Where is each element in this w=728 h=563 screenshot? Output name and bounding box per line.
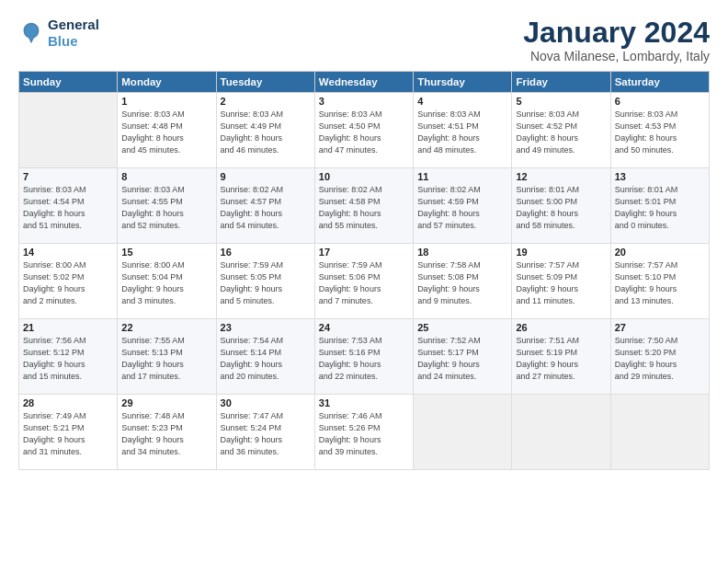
calendar-cell: 20Sunrise: 7:57 AMSunset: 5:10 PMDayligh… <box>610 244 709 319</box>
day-info: Sunrise: 7:55 AMSunset: 5:13 PMDaylight:… <box>121 335 211 383</box>
title-block: January 2024 Nova Milanese, Lombardy, It… <box>523 17 710 63</box>
day-number: 18 <box>417 247 507 258</box>
logo: General Blue <box>18 17 99 50</box>
day-info: Sunrise: 8:02 AMSunset: 4:57 PMDaylight:… <box>221 184 311 232</box>
calendar-cell <box>19 93 118 168</box>
header-row: Sunday Monday Tuesday Wednesday Thursday… <box>19 72 710 93</box>
week-row-4: 21Sunrise: 7:56 AMSunset: 5:12 PMDayligh… <box>19 319 710 395</box>
day-info: Sunrise: 7:58 AMSunset: 5:08 PMDaylight:… <box>417 259 507 307</box>
day-info: Sunrise: 7:48 AMSunset: 5:23 PMDaylight:… <box>121 410 211 458</box>
calendar-cell: 26Sunrise: 7:51 AMSunset: 5:19 PMDayligh… <box>512 319 610 395</box>
calendar-cell: 31Sunrise: 7:46 AMSunset: 5:26 PMDayligh… <box>314 395 413 470</box>
col-tuesday: Tuesday <box>216 72 314 93</box>
day-info: Sunrise: 7:54 AMSunset: 5:14 PMDaylight:… <box>221 335 311 383</box>
logo-icon <box>18 20 44 46</box>
day-number: 21 <box>23 322 113 333</box>
day-number: 5 <box>516 96 606 107</box>
col-wednesday: Wednesday <box>314 72 413 93</box>
calendar-cell <box>414 395 512 470</box>
calendar-table: Sunday Monday Tuesday Wednesday Thursday… <box>18 71 710 470</box>
col-monday: Monday <box>118 72 216 93</box>
col-friday: Friday <box>512 72 610 93</box>
day-number: 30 <box>221 397 311 408</box>
calendar-cell: 11Sunrise: 8:02 AMSunset: 4:59 PMDayligh… <box>414 168 512 244</box>
col-saturday: Saturday <box>610 72 709 93</box>
col-thursday: Thursday <box>414 72 512 93</box>
day-number: 26 <box>516 322 606 333</box>
day-number: 20 <box>615 247 705 258</box>
day-info: Sunrise: 7:50 AMSunset: 5:20 PMDaylight:… <box>615 335 705 383</box>
day-info: Sunrise: 7:51 AMSunset: 5:19 PMDaylight:… <box>516 335 606 383</box>
calendar-cell: 30Sunrise: 7:47 AMSunset: 5:24 PMDayligh… <box>216 395 314 470</box>
calendar-cell: 10Sunrise: 8:02 AMSunset: 4:58 PMDayligh… <box>314 168 413 244</box>
calendar-cell: 1Sunrise: 8:03 AMSunset: 4:48 PMDaylight… <box>118 93 216 168</box>
week-row-3: 14Sunrise: 8:00 AMSunset: 5:02 PMDayligh… <box>19 244 710 319</box>
day-info: Sunrise: 7:57 AMSunset: 5:09 PMDaylight:… <box>516 259 606 307</box>
calendar-cell: 15Sunrise: 8:00 AMSunset: 5:04 PMDayligh… <box>118 244 216 319</box>
day-info: Sunrise: 7:49 AMSunset: 5:21 PMDaylight:… <box>23 410 113 458</box>
calendar-cell: 6Sunrise: 8:03 AMSunset: 4:53 PMDaylight… <box>610 93 709 168</box>
week-row-1: 1Sunrise: 8:03 AMSunset: 4:48 PMDaylight… <box>19 93 710 168</box>
calendar-cell: 29Sunrise: 7:48 AMSunset: 5:23 PMDayligh… <box>118 395 216 470</box>
day-info: Sunrise: 8:03 AMSunset: 4:52 PMDaylight:… <box>516 109 606 156</box>
calendar-cell: 5Sunrise: 8:03 AMSunset: 4:52 PMDaylight… <box>512 93 610 168</box>
calendar-cell: 7Sunrise: 8:03 AMSunset: 4:54 PMDaylight… <box>19 168 118 244</box>
calendar-cell: 22Sunrise: 7:55 AMSunset: 5:13 PMDayligh… <box>118 319 216 395</box>
calendar-cell: 8Sunrise: 8:03 AMSunset: 4:55 PMDaylight… <box>118 168 216 244</box>
day-number: 17 <box>319 247 409 258</box>
location-subtitle: Nova Milanese, Lombardy, Italy <box>523 49 710 63</box>
day-number: 1 <box>121 96 211 107</box>
day-number: 25 <box>417 322 507 333</box>
day-info: Sunrise: 7:46 AMSunset: 5:26 PMDaylight:… <box>319 410 409 458</box>
calendar-cell: 17Sunrise: 7:59 AMSunset: 5:06 PMDayligh… <box>314 244 413 319</box>
month-title: January 2024 <box>523 17 710 49</box>
day-info: Sunrise: 8:02 AMSunset: 4:59 PMDaylight:… <box>417 184 507 232</box>
calendar-cell: 19Sunrise: 7:57 AMSunset: 5:09 PMDayligh… <box>512 244 610 319</box>
calendar-cell: 2Sunrise: 8:03 AMSunset: 4:49 PMDaylight… <box>216 93 314 168</box>
calendar-cell: 14Sunrise: 8:00 AMSunset: 5:02 PMDayligh… <box>19 244 118 319</box>
day-number: 31 <box>319 397 409 408</box>
calendar-cell: 24Sunrise: 7:53 AMSunset: 5:16 PMDayligh… <box>314 319 413 395</box>
calendar-cell: 21Sunrise: 7:56 AMSunset: 5:12 PMDayligh… <box>19 319 118 395</box>
day-number: 10 <box>319 171 409 182</box>
calendar-cell: 28Sunrise: 7:49 AMSunset: 5:21 PMDayligh… <box>19 395 118 470</box>
day-info: Sunrise: 7:59 AMSunset: 5:06 PMDaylight:… <box>319 259 409 307</box>
day-info: Sunrise: 8:03 AMSunset: 4:55 PMDaylight:… <box>121 184 211 232</box>
day-info: Sunrise: 8:02 AMSunset: 4:58 PMDaylight:… <box>319 184 409 232</box>
day-info: Sunrise: 8:03 AMSunset: 4:54 PMDaylight:… <box>23 184 113 232</box>
week-row-2: 7Sunrise: 8:03 AMSunset: 4:54 PMDaylight… <box>19 168 710 244</box>
calendar-cell <box>610 395 709 470</box>
col-sunday: Sunday <box>19 72 118 93</box>
calendar-cell: 9Sunrise: 8:02 AMSunset: 4:57 PMDaylight… <box>216 168 314 244</box>
calendar-cell: 23Sunrise: 7:54 AMSunset: 5:14 PMDayligh… <box>216 319 314 395</box>
calendar-cell: 4Sunrise: 8:03 AMSunset: 4:51 PMDaylight… <box>414 93 512 168</box>
day-number: 28 <box>23 397 113 408</box>
day-number: 6 <box>615 96 705 107</box>
calendar-cell: 27Sunrise: 7:50 AMSunset: 5:20 PMDayligh… <box>610 319 709 395</box>
day-info: Sunrise: 8:03 AMSunset: 4:53 PMDaylight:… <box>615 109 705 156</box>
day-info: Sunrise: 8:01 AMSunset: 5:00 PMDaylight:… <box>516 184 606 232</box>
day-info: Sunrise: 7:57 AMSunset: 5:10 PMDaylight:… <box>615 259 705 307</box>
day-number: 16 <box>221 247 311 258</box>
day-number: 29 <box>121 397 211 408</box>
day-number: 11 <box>417 171 507 182</box>
page-container: General Blue January 2024 Nova Milanese,… <box>0 0 728 479</box>
header: General Blue January 2024 Nova Milanese,… <box>18 17 710 63</box>
day-info: Sunrise: 7:52 AMSunset: 5:17 PMDaylight:… <box>417 335 507 383</box>
day-number: 2 <box>221 96 311 107</box>
day-number: 3 <box>319 96 409 107</box>
day-number: 8 <box>121 171 211 182</box>
day-info: Sunrise: 7:53 AMSunset: 5:16 PMDaylight:… <box>319 335 409 383</box>
day-number: 15 <box>121 247 211 258</box>
day-info: Sunrise: 7:56 AMSunset: 5:12 PMDaylight:… <box>23 335 113 383</box>
week-row-5: 28Sunrise: 7:49 AMSunset: 5:21 PMDayligh… <box>19 395 710 470</box>
calendar-cell: 18Sunrise: 7:58 AMSunset: 5:08 PMDayligh… <box>414 244 512 319</box>
calendar-cell <box>512 395 610 470</box>
day-number: 22 <box>121 322 211 333</box>
day-info: Sunrise: 8:00 AMSunset: 5:02 PMDaylight:… <box>23 259 113 307</box>
day-info: Sunrise: 8:03 AMSunset: 4:49 PMDaylight:… <box>221 109 311 156</box>
day-number: 12 <box>516 171 606 182</box>
day-info: Sunrise: 7:47 AMSunset: 5:24 PMDaylight:… <box>221 410 311 458</box>
calendar-cell: 25Sunrise: 7:52 AMSunset: 5:17 PMDayligh… <box>414 319 512 395</box>
day-info: Sunrise: 8:03 AMSunset: 4:48 PMDaylight:… <box>121 109 211 156</box>
